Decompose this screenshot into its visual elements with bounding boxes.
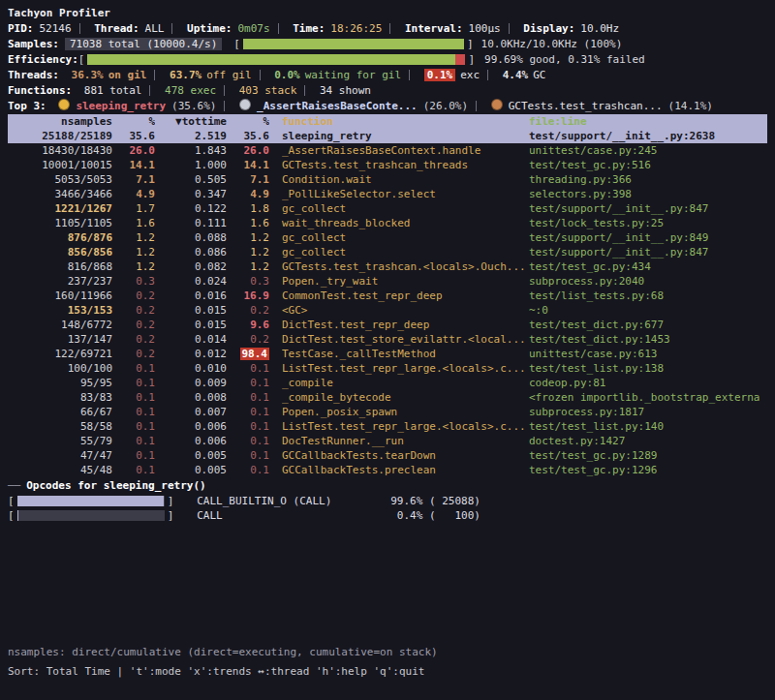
efficiency-bar-good [87, 54, 454, 65]
col-header-nsamples[interactable]: nsamples [8, 114, 112, 129]
table-row[interactable]: 25188/25189 35.6 2.519 35.6 sleeping_ret… [8, 129, 767, 143]
table-row[interactable]: 160/11966 0.2 0.016 16.9 CommonTest.test… [8, 289, 767, 303]
cell-nsamples: 18430/18430 [8, 143, 112, 158]
cell-pct-cumulative: 0.1 [227, 376, 269, 390]
status-line: PID:52146 Thread:ALL Uptime:0m07s Time:1… [8, 21, 767, 37]
cell-tottime: 0.007 [155, 405, 227, 419]
table-row[interactable]: 47/47 0.1 0.005 0.1 GCCallbackTests.tear… [8, 448, 767, 463]
table-row[interactable]: 55/79 0.1 0.006 0.1 DocTestRunner.__run … [8, 434, 767, 448]
cell-pct-direct: 0.2 [112, 347, 155, 361]
separator-icon [476, 101, 477, 111]
top3-label: Top 3: [8, 100, 46, 112]
cell-tottime: 0.015 [155, 318, 227, 332]
functions-stat-value: 34 shown [320, 84, 371, 97]
separator-icon [487, 70, 488, 80]
table-row[interactable]: 876/876 1.2 0.088 1.2 gc_collect test/su… [8, 230, 767, 245]
cell-pct-direct: 0.3 [112, 274, 155, 289]
table-row[interactable]: 58/58 0.1 0.006 0.1 ListTest.test_repr_l… [8, 419, 767, 434]
cell-file-line: codeop.py:81 [529, 376, 767, 390]
opcode-bar-fill [17, 496, 164, 506]
cell-tottime: 1.000 [155, 158, 227, 172]
cell-pct-direct: 0.1 [112, 463, 155, 477]
table-row[interactable]: 95/95 0.1 0.009 0.1 _compile codeop.py:8… [8, 376, 767, 390]
opcode-name: CALL_BUILTIN_O (CALL) [197, 494, 390, 508]
app-title: Tachyon Profiler [8, 6, 767, 21]
thread-stat-pct: 63.7% [170, 69, 202, 81]
cell-nsamples: 25188/25189 [8, 129, 112, 143]
cell-pct-cumulative: 35.6 [227, 129, 269, 143]
cell-pct-direct: 0.2 [112, 318, 155, 332]
bracket-open: [ [8, 509, 15, 522]
table-row[interactable]: 45/48 0.1 0.005 0.1 GCCallbackTests.prec… [8, 463, 767, 477]
table-row[interactable]: 100/100 0.1 0.010 0.1 ListTest.test_repr… [8, 361, 767, 376]
thread-stat-name: waiting for gil [305, 69, 401, 81]
cell-pct-cumulative: 1.2 [227, 230, 269, 245]
table-row[interactable]: 137/147 0.2 0.014 0.2 DictTest.test_stor… [8, 332, 767, 347]
status-item-value: 10.0Hz [580, 22, 619, 35]
cell-tottime: 0.006 [155, 419, 227, 434]
threads-stats: 36.3%on gil 63.7%off gil 0.0%waiting for… [65, 69, 545, 81]
col-header-tottime-sorted[interactable]: ▼tottime [155, 114, 227, 129]
cell-function: wait_threads_blocked [269, 216, 529, 230]
separator-icon [509, 23, 510, 34]
opcode-bar [17, 496, 165, 506]
cell-function: DictTest.test_store_evilattr.<local... [269, 332, 529, 347]
cell-nsamples: 1105/1105 [8, 216, 112, 230]
cell-pct-direct: 0.1 [112, 405, 155, 419]
table-row[interactable]: 816/868 1.2 0.082 1.2 GCTests.test_trash… [8, 259, 767, 274]
col-header-pct-direct[interactable]: % [112, 114, 155, 129]
status-item: Thread:ALL [94, 22, 180, 35]
separator-icon [304, 85, 305, 96]
separator-icon [149, 85, 150, 96]
cell-nsamples: 1221/1267 [8, 201, 112, 216]
opcodes-title: Opcodes for sleeping_retry() [26, 479, 205, 492]
table-row[interactable]: 66/67 0.1 0.007 0.1 Popen._posix_spawn s… [8, 405, 767, 419]
cell-nsamples: 66/67 [8, 405, 112, 419]
cell-function: <GC> [269, 303, 529, 318]
efficiency-bar [87, 54, 465, 65]
top3-function-name: GCTests.test_trashcan... [509, 100, 663, 112]
col-header-function[interactable]: function [269, 114, 529, 129]
cell-nsamples: 45/48 [8, 463, 112, 477]
col-header-file-line[interactable]: file:line [529, 114, 767, 129]
thread-stat-name: exc [460, 69, 480, 81]
separator-icon [260, 70, 261, 80]
table-row[interactable]: 3466/3466 4.9 0.347 4.9 _PollLikeSelecto… [8, 187, 767, 201]
status-item-value: 52146 [40, 22, 72, 35]
functions-label: Functions: [8, 84, 72, 97]
table-row[interactable]: 10001/10015 14.1 1.000 14.1 GCTests.test… [8, 158, 767, 172]
table-row[interactable]: 856/856 1.2 0.086 1.2 gc_collect test/su… [8, 245, 767, 259]
cell-file-line: ~:0 [529, 303, 767, 318]
cell-function: DocTestRunner.__run [269, 434, 529, 448]
bracket-close: ] [168, 495, 174, 507]
table-row[interactable]: 83/83 0.1 0.008 0.1 _compile_bytecode <f… [8, 390, 767, 405]
cell-pct-direct: 0.1 [112, 390, 155, 405]
cell-tottime: 0.505 [155, 172, 227, 187]
table-row[interactable]: 1105/1105 1.6 0.111 1.6 wait_threads_blo… [8, 216, 767, 230]
table-row[interactable]: 237/237 0.3 0.024 0.3 Popen._try_wait su… [8, 274, 767, 289]
cell-function: GCCallbackTests.tearDown [269, 448, 529, 463]
cell-pct-cumulative: 14.1 [227, 158, 269, 172]
cell-pct-cumulative: 0.2 [227, 303, 269, 318]
cell-tottime: 0.010 [155, 361, 227, 376]
functions-stat: 34 shown [320, 84, 371, 97]
cell-nsamples: 137/147 [8, 332, 112, 347]
thread-stat: 4.4%GC [503, 69, 546, 81]
opcode-row: []CALL_BUILTIN_O (CALL)99.6% ( 25088) [8, 494, 767, 508]
cell-pct-cumulative: 0.3 [227, 274, 269, 289]
table-row[interactable]: 5053/5053 7.1 0.505 7.1 Condition.wait t… [8, 172, 767, 187]
table-row[interactable]: 148/6772 0.2 0.015 9.6 DictTest.test_rep… [8, 318, 767, 332]
medal-icon [491, 99, 503, 110]
functions-stat-value: 403 stack [239, 84, 297, 97]
thread-stat-pct: 4.4% [503, 69, 529, 81]
table-row[interactable]: 122/69721 0.2 0.012 98.4 TestCase._callT… [8, 347, 767, 361]
table-row[interactable]: 1221/1267 1.7 0.122 1.8 gc_collect test/… [8, 201, 767, 216]
top3-function-name: sleeping_retry [76, 100, 166, 112]
table-row[interactable]: 153/153 0.2 0.015 0.2 <GC> ~:0 [8, 303, 767, 318]
thread-stat-pct: 36.3% [72, 69, 104, 81]
table-row[interactable]: 18430/18430 26.0 1.843 26.0 _AssertRaise… [8, 143, 767, 158]
cell-function: Popen._try_wait [269, 274, 529, 289]
efficiency-line: Efficiency:[]99.69% good, 0.31% failed [8, 52, 767, 68]
opcode-stat: 99.6% ( 25088) [390, 495, 480, 507]
col-header-pct-cumulative[interactable]: % [227, 114, 269, 129]
